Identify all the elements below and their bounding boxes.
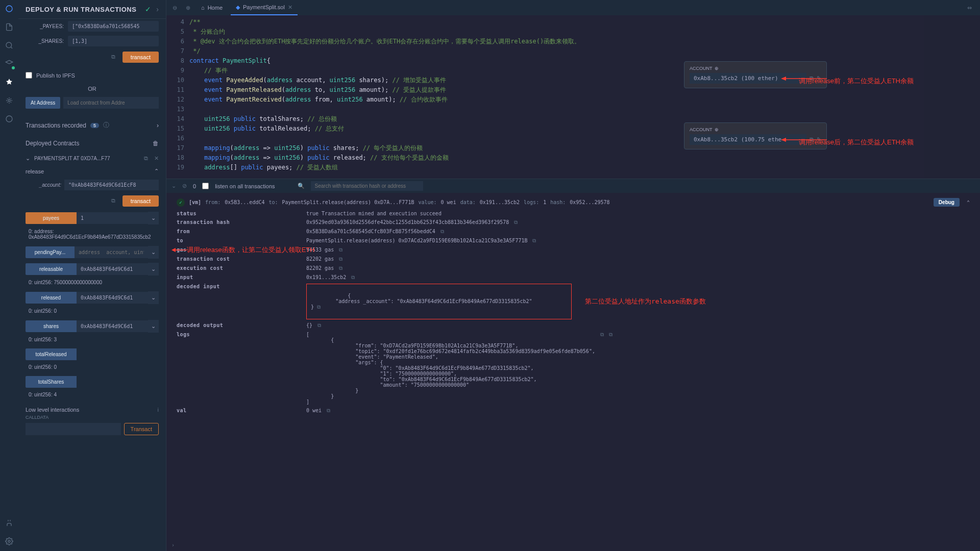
deploy-panel: DEPLOY & RUN TRANSACTIONS ✓ › _PAYEES: _… [18,0,166,551]
totalshares-button[interactable]: totalShares [26,376,77,388]
pendingpay-button[interactable]: pendingPay... [26,246,75,258]
plugin-icon[interactable] [5,114,14,123]
panel-title: DEPLOY & RUN TRANSACTIONS [26,6,136,13]
svg-point-1 [6,42,12,48]
publish-ipfs-label: Publish to IPFS [36,72,75,79]
at-address-input[interactable] [63,97,159,109]
calldata-input[interactable] [26,423,121,435]
zoom-in-icon[interactable]: ⊕ [183,5,193,11]
chevron-down-icon[interactable]: ⌄ [148,246,159,259]
close-icon[interactable]: ✕ [288,4,292,11]
tab-file[interactable]: ◆ PaymentSplit.sol ✕ [231,0,298,15]
at-address-button[interactable]: At Address [26,97,60,109]
search-icon[interactable] [5,41,14,50]
copy-icon[interactable]: ⧉ [339,256,342,262]
lowlevel-transact-button[interactable]: Transact [124,423,159,435]
copy-icon[interactable]: ⧉ [339,247,342,253]
listen-label: listen on all transactions [215,183,275,189]
release-transact-button[interactable]: transact [122,195,159,207]
copy-icon[interactable]: ⧉ [600,332,604,338]
pendingpay-input[interactable] [75,246,148,258]
chevron-up-icon[interactable]: ⌃ [967,199,970,205]
pending-count: 0 [193,183,196,189]
tx-summary: ✓ [vm] from:0x5B3...eddC4 to:PaymentSpli… [177,198,970,211]
debug-button[interactable]: Debug [934,198,960,207]
plus-icon[interactable]: ⊕ [715,127,719,132]
plus-icon[interactable]: ⊕ [715,66,719,71]
calldata-label: CALLDATA [18,415,166,420]
decoded-input-box: { "address _account": "0xAb8483F64d9C6d1… [306,284,572,319]
chevron-up-icon[interactable]: ⌃ [154,168,159,174]
copy-icon[interactable]: ⧉ [609,332,612,338]
svg-point-0 [6,6,12,12]
release-account-input[interactable] [64,180,159,190]
deploy-icon[interactable] [5,78,14,87]
ban-icon[interactable]: ⊘ [182,183,187,189]
trash-icon[interactable]: 🗑 [153,140,159,147]
close-icon[interactable]: ✕ [154,155,159,162]
chevron-down-icon[interactable]: ⌄ [172,183,176,189]
svg-marker-10 [781,138,786,142]
copy-icon[interactable]: ⧉ [317,304,321,310]
chevron-down-icon[interactable]: ⌄ [148,320,159,333]
payees-button[interactable]: payees [26,212,77,224]
or-label: OR [18,83,166,95]
file-explorer-icon[interactable] [5,22,14,32]
transact-button[interactable]: transact [122,52,159,63]
publish-ipfs-checkbox[interactable] [26,72,32,79]
payees-label: _PAYEES: [26,23,64,29]
copy-icon[interactable]: ⧉ [317,322,321,329]
arrow-icon [781,76,827,82]
chevron-down-icon[interactable]: ⌄ [26,155,30,162]
listen-checkbox[interactable] [202,183,209,189]
payees-input[interactable] [68,21,159,32]
annotation-decoded: 第二位受益人地址作为release函数参数 [585,297,706,306]
search-icon: 🔍 [298,183,305,189]
copy-icon[interactable]: ⧉ [144,155,148,162]
tab-home[interactable]: ⌂ Home [196,0,228,15]
copy-icon[interactable]: ⧉ [440,229,444,235]
copy-icon[interactable]: ⧉ [339,265,342,271]
chevron-down-icon[interactable]: ⌄ [148,291,159,304]
arrow-icon [781,137,827,143]
svg-point-6 [8,540,10,542]
chevron-right-icon[interactable]: › [156,5,159,13]
released-button[interactable]: released [26,292,77,304]
plug-icon[interactable] [5,518,14,528]
releasable-button[interactable]: releasable [26,263,77,275]
info-icon[interactable]: i [158,407,159,413]
minimap[interactable] [924,15,980,179]
tx-search-input[interactable] [311,181,423,191]
svg-line-2 [11,47,12,48]
home-icon: ⌂ [201,5,205,11]
contract-instance: ⌄ PAYMENTSPLIT AT 0XD7A...F77 ⧉ ✕ [18,152,166,165]
chevron-down-icon[interactable]: ⌄ [148,212,159,224]
terminal-prompt[interactable]: › [172,542,175,548]
code-editor[interactable]: 45678910111213141516171819 /** * 分账合约 * … [166,15,980,179]
success-icon: ✓ [177,198,185,207]
totalreleased-button[interactable]: totalReleased [26,348,77,360]
shares-button[interactable]: shares [26,320,77,332]
zoom-out-icon[interactable]: ⊖ [169,5,180,11]
clipboard-icon[interactable]: ⧉ [111,54,118,61]
logo-icon[interactable] [5,4,14,13]
compiler-icon[interactable] [5,59,14,68]
chevron-down-icon[interactable]: ⌄ [148,263,159,276]
copy-icon[interactable]: ⧉ [532,238,536,244]
tx-details-table: status true Transaction mined and execut… [177,211,970,414]
svg-marker-8 [781,77,786,81]
terminal[interactable]: ✓ [vm] from:0x5B3...eddC4 to:PaymentSpli… [166,193,980,551]
shares-input[interactable] [68,36,159,46]
svg-marker-3 [6,60,12,64]
debugger-icon[interactable] [5,96,14,105]
copy-icon[interactable]: ⧉ [327,408,330,414]
release-function-header: release ⌃ [18,165,166,178]
copy-icon[interactable]: ⧉ [514,219,518,226]
copy-icon[interactable]: ⧉ [351,274,355,281]
lowlevel-label: Low level interactions [26,407,79,413]
settings-icon[interactable] [5,537,14,546]
resize-icon[interactable]: ⇔ [967,5,977,11]
clipboard-icon[interactable]: ⧉ [111,197,118,205]
info-icon: ⓘ [103,121,109,130]
tx-recorded-header[interactable]: Transactions recorded 5 ⓘ › [18,116,166,135]
